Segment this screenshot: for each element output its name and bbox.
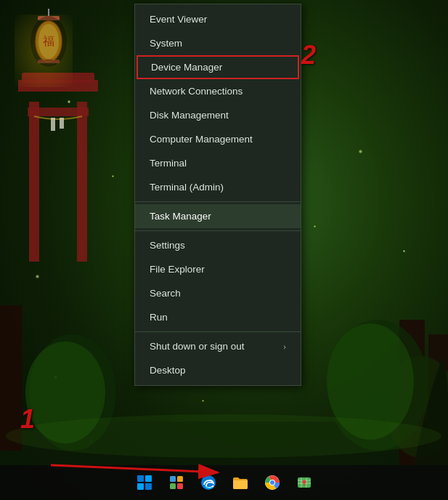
menu-item-settings[interactable]: Settings	[135, 233, 301, 257]
menu-item-run[interactable]: Run	[135, 305, 301, 329]
submenu-chevron: ›	[283, 342, 286, 351]
svg-rect-29	[170, 483, 176, 489]
menu-item-event-viewer[interactable]: Event Viewer	[135, 7, 301, 31]
maps-icon	[296, 475, 312, 491]
menu-item-disk-management[interactable]: Disk Management	[135, 103, 301, 127]
svg-rect-6	[60, 118, 64, 129]
menu-item-network-connections[interactable]: Network Connections	[135, 79, 301, 103]
menu-item-search[interactable]: Search	[135, 281, 301, 305]
svg-rect-4	[28, 108, 89, 116]
svg-rect-5	[51, 118, 55, 131]
torii-gate	[15, 58, 102, 262]
svg-rect-0	[29, 102, 39, 262]
svg-rect-28	[177, 476, 183, 482]
taskbar-icons-container	[130, 468, 319, 497]
menu-item-shutdown[interactable]: Shut down or sign out ›	[135, 334, 301, 358]
start-button[interactable]	[130, 468, 159, 497]
widgets-icon	[169, 475, 184, 490]
svg-point-35	[270, 480, 274, 485]
svg-rect-1	[77, 102, 87, 262]
menu-item-file-explorer[interactable]: File Explorer	[135, 257, 301, 281]
svg-rect-30	[177, 483, 183, 489]
menu-item-computer-management[interactable]: Computer Management	[135, 127, 301, 151]
menu-separator-1	[135, 201, 301, 202]
annotation-2: 2	[301, 40, 316, 70]
menu-item-device-manager[interactable]: Device Manager	[137, 55, 299, 79]
menu-item-task-manager[interactable]: Task Manager	[135, 204, 301, 228]
svg-rect-27	[170, 476, 176, 482]
chrome-button[interactable]	[258, 468, 287, 497]
edge-icon	[200, 475, 216, 491]
svg-point-24	[6, 414, 441, 458]
menu-item-terminal-admin[interactable]: Terminal (Admin)	[135, 175, 301, 199]
chrome-icon	[264, 475, 280, 491]
file-explorer-button[interactable]	[226, 468, 255, 497]
folder-icon	[232, 475, 248, 490]
context-menu: Event Viewer System Device Manager Netwo…	[134, 4, 301, 386]
windows-logo-icon	[137, 475, 152, 490]
menu-item-terminal[interactable]: Terminal	[135, 151, 301, 175]
edge-button[interactable]	[194, 468, 223, 497]
lantern: 福	[30, 9, 67, 67]
svg-point-37	[302, 480, 306, 484]
annotation-1: 1	[20, 404, 35, 435]
svg-rect-3	[22, 73, 94, 83]
menu-separator-3	[135, 331, 301, 332]
svg-point-14	[30, 16, 67, 67]
taskbar	[0, 465, 448, 500]
widgets-button[interactable]	[162, 468, 191, 497]
menu-separator-2	[135, 230, 301, 231]
menu-item-desktop[interactable]: Desktop	[135, 358, 301, 382]
menu-item-system[interactable]: System	[135, 31, 301, 55]
maps-button[interactable]	[290, 468, 319, 497]
